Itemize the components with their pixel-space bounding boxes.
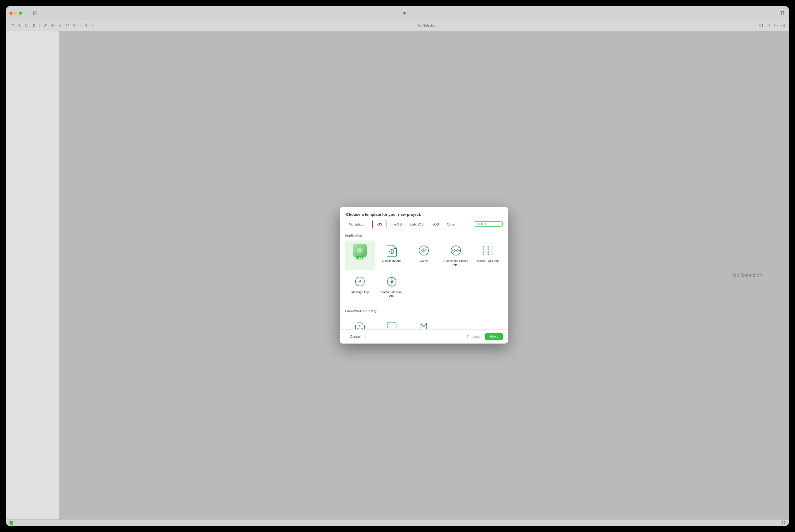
stop-icon-button[interactable] (23, 22, 30, 29)
modal-overlay: Choose a template for your new project: … (59, 31, 398, 266)
back-button[interactable] (82, 22, 89, 29)
pencil-icon-button[interactable] (42, 22, 49, 29)
svg-text:A: A (358, 248, 361, 253)
modal-title: Choose a template for your new project: (346, 212, 398, 216)
grid-icon-button[interactable] (49, 22, 56, 29)
application-grid: A App (345, 241, 398, 266)
sidebar-toggle-button[interactable] (32, 10, 39, 17)
content-area: No Selection Choose a template for your … (59, 31, 398, 266)
application-section-title: Application (345, 234, 398, 238)
document-app-label: Document App (382, 259, 398, 263)
close-button[interactable] (10, 12, 13, 15)
shape-icon-button[interactable] (57, 22, 63, 29)
app-badge: App (356, 256, 364, 260)
forward-button[interactable] (90, 22, 97, 29)
tabs-bar: Multiplatform iOS macOS watchOS tvOS Oth… (340, 220, 398, 228)
tag-icon-button[interactable] (71, 22, 78, 29)
svg-point-11 (34, 25, 34, 26)
tab-multiplatform[interactable]: Multiplatform (345, 220, 372, 228)
svg-point-16 (74, 25, 74, 25)
modal-body: Application A (340, 228, 398, 266)
main-window: ! (6, 6, 398, 266)
app-icon: A App (353, 244, 367, 257)
toolbar-divider-2 (80, 23, 80, 28)
no-selection-text: No Selection (98, 24, 398, 27)
tab-ios[interactable]: iOS (372, 220, 386, 228)
template-app[interactable]: A App (345, 241, 375, 266)
warning-icon-button[interactable]: ! (16, 22, 23, 29)
app-icon-bg: A App (353, 244, 367, 257)
toolbar-section-mid (42, 22, 78, 29)
toolbar: ! (6, 20, 398, 31)
document-app-icon (385, 244, 398, 257)
minimize-button[interactable] (14, 12, 17, 15)
svg-rect-1 (35, 11, 37, 15)
svg-rect-14 (51, 26, 52, 27)
traffic-lights (10, 12, 22, 15)
svg-rect-15 (53, 26, 54, 27)
gear-icon-button[interactable] (31, 22, 37, 29)
svg-text:!: ! (19, 25, 19, 27)
folder-icon-button[interactable] (8, 22, 15, 29)
toolbar-nav-section (82, 22, 97, 29)
toolbar-section-left: ! (8, 22, 37, 29)
modal-header: Choose a template for your new project: (340, 207, 398, 220)
svg-rect-9 (25, 24, 28, 27)
sidebar (6, 31, 59, 266)
maximize-button[interactable] (19, 12, 22, 15)
svg-rect-13 (53, 24, 54, 25)
toolbar-icons-left (32, 10, 39, 17)
main-area: No Selection Choose a template for your … (6, 31, 398, 266)
title-bar (6, 6, 398, 20)
svg-rect-0 (33, 11, 34, 15)
link-icon-button[interactable] (64, 22, 71, 29)
svg-rect-12 (51, 24, 52, 25)
tab-macos[interactable]: macOS (386, 220, 398, 228)
template-document-app[interactable]: Document App (377, 241, 398, 266)
toolbar-divider-1 (39, 23, 40, 28)
template-chooser-modal: Choose a template for your new project: … (340, 207, 398, 266)
